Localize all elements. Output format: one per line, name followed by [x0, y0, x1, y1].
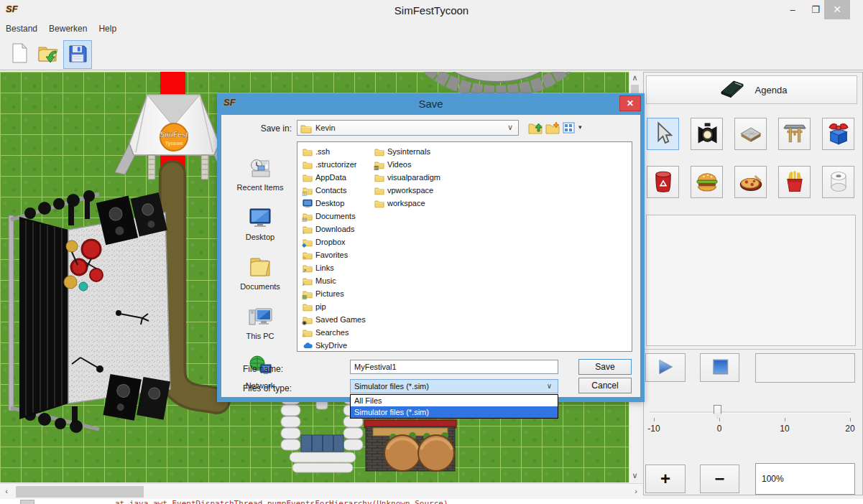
zoom-level-field[interactable]: 100%: [755, 463, 855, 495]
file-type-option[interactable]: All Files: [351, 395, 558, 406]
desktop-place-icon: [247, 205, 273, 232]
fries-stand-tool[interactable]: [778, 166, 811, 198]
file-item[interactable]: visualparadigm: [374, 171, 440, 184]
file-list-column-1: .ssh.structorizerAppData◫ContactsDesktop…: [303, 145, 366, 352]
file-item[interactable]: ◫Contacts: [303, 184, 366, 197]
close-button[interactable]: ✕: [824, 0, 850, 19]
folder-icon: ○: [303, 328, 313, 337]
view-menu-button[interactable]: [563, 121, 577, 134]
svg-text:Tycoon: Tycoon: [165, 141, 183, 146]
slider-tick-label: 20: [839, 424, 861, 434]
place-label: This PC: [246, 332, 274, 340]
file-name-input[interactable]: MyFestival1: [350, 360, 558, 374]
stop-button[interactable]: [700, 353, 739, 382]
file-item[interactable]: ↓Downloads: [303, 223, 366, 235]
gift-icon: [823, 121, 854, 146]
simfest-logo: SimFest Tycoon: [160, 123, 189, 151]
new-file-button[interactable]: [6, 40, 33, 67]
place-recent-items[interactable]: Recent Items: [227, 144, 293, 193]
spotlight-tool[interactable]: [691, 118, 723, 150]
fries-icon: [779, 169, 810, 195]
play-button[interactable]: [645, 353, 686, 382]
file-item[interactable]: ▤Documents: [303, 210, 366, 223]
menu-item-bestand[interactable]: Bestand: [0, 22, 43, 35]
slider-track[interactable]: [650, 411, 851, 414]
file-badge-icon: ◉: [302, 320, 307, 326]
folder-icon: ♪: [303, 276, 313, 286]
zoom-out-button[interactable]: −: [700, 465, 739, 493]
select-tool[interactable]: [647, 118, 679, 150]
canvas-horizontal-scrollbar[interactable]: ‹ ›: [0, 483, 643, 500]
scroll-up-icon[interactable]: ∧: [629, 73, 640, 83]
horizontal-scroll-thumb[interactable]: [16, 486, 144, 498]
file-item[interactable]: ◉Saved Games: [303, 313, 366, 326]
file-item[interactable]: ★Favorites: [303, 248, 366, 261]
file-type-dropdown-list: All FilesSimulator files (*.sim): [350, 394, 558, 419]
file-item-label: Downloads: [315, 225, 354, 233]
cancel-button[interactable]: Cancel: [578, 378, 632, 393]
file-item-label: Favorites: [315, 251, 348, 259]
burger-stand: [364, 420, 456, 471]
file-item-label: Sysinternals: [387, 147, 430, 156]
file-item[interactable]: SkyDrive: [303, 339, 366, 352]
slider-tick: [785, 418, 785, 421]
pizza-stand-tool[interactable]: [734, 166, 767, 198]
trash-bin-tool[interactable]: [647, 166, 679, 198]
file-type-option[interactable]: Simulator files (*.sim): [351, 406, 558, 418]
menu-item-bewerken[interactable]: Bewerken: [43, 22, 93, 35]
dirt-path: [172, 174, 217, 401]
create-new-folder-button[interactable]: [545, 121, 560, 134]
panel-divider: [644, 349, 863, 350]
main-stage: [9, 189, 170, 433]
file-item[interactable]: AppData: [303, 171, 366, 184]
file-list[interactable]: .ssh.structorizerAppData◫ContactsDesktop…: [297, 141, 632, 352]
minimize-button[interactable]: –: [782, 0, 803, 19]
open-file-button[interactable]: [34, 40, 62, 67]
file-item[interactable]: ◆Dropbox: [303, 235, 366, 248]
file-item[interactable]: ▥Videos: [374, 158, 440, 171]
main-toolbar: [0, 36, 863, 70]
place-label: Documents: [240, 282, 280, 291]
slider-thumb[interactable]: [714, 405, 721, 419]
floor-tile-tool[interactable]: [734, 118, 767, 150]
file-item[interactable]: ▦Pictures: [303, 287, 366, 300]
gate-tool[interactable]: [778, 118, 811, 150]
scroll-down-icon[interactable]: ∨: [629, 471, 640, 480]
folder-icon: [303, 302, 313, 312]
place-documents[interactable]: Documents: [227, 243, 293, 292]
file-item[interactable]: pip: [303, 300, 366, 313]
scroll-left-icon[interactable]: ‹: [1, 487, 11, 495]
file-item[interactable]: .ssh: [303, 145, 366, 158]
place-desktop[interactable]: Desktop: [227, 193, 293, 243]
file-item[interactable]: Desktop: [303, 197, 366, 210]
save-file-button[interactable]: [63, 40, 92, 69]
file-item[interactable]: vpworkspace: [374, 184, 440, 197]
place-this-pc[interactable]: This PC: [227, 292, 293, 342]
gift-tool[interactable]: [822, 118, 854, 150]
file-item[interactable]: workspace: [374, 197, 440, 210]
file-item[interactable]: ↗Links: [303, 261, 366, 274]
menu-item-help[interactable]: Help: [93, 22, 122, 35]
dialog-title-bar[interactable]: SF Save ✕: [217, 93, 645, 115]
up-one-level-button[interactable]: [528, 121, 543, 134]
save-in-label: Save in:: [243, 123, 292, 134]
save-in-combobox[interactable]: Kevin ∨: [297, 120, 519, 136]
agenda-button[interactable]: Agenda: [646, 75, 857, 104]
file-item[interactable]: ○Searches: [303, 326, 366, 339]
file-badge-icon: ▥: [374, 165, 379, 171]
file-badge-icon: ♪: [302, 281, 305, 287]
toilet-tool[interactable]: [822, 166, 854, 198]
file-item[interactable]: .structorizer: [303, 158, 366, 171]
zoom-in-button[interactable]: +: [645, 465, 686, 493]
trash-bin-icon: [647, 169, 678, 195]
files-of-type-combobox[interactable]: Simulator files (*.sim) ∨: [350, 379, 558, 393]
save-button[interactable]: Save: [578, 359, 632, 375]
maximize-button[interactable]: ❐: [805, 0, 826, 19]
burger-stand-tool[interactable]: [691, 166, 723, 198]
dialog-close-button[interactable]: ✕: [619, 95, 641, 111]
scroll-right-icon[interactable]: ›: [631, 487, 641, 495]
new-file-icon: [6, 42, 32, 65]
file-item[interactable]: ♪Music: [303, 274, 366, 287]
file-item[interactable]: Sysinternals: [374, 145, 440, 158]
chevron-down-icon[interactable]: ▾: [578, 123, 582, 131]
